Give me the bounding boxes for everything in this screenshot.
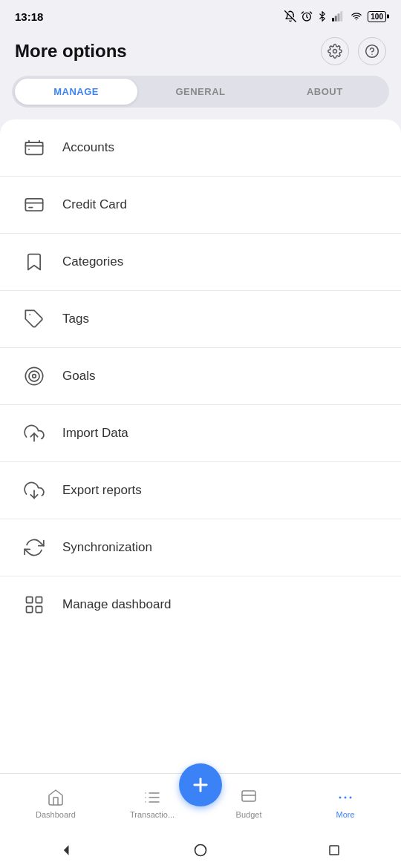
home-button[interactable] xyxy=(192,841,209,859)
battery-icon: 100 xyxy=(368,11,386,22)
synchronization-icon xyxy=(21,534,48,561)
transactions-icon xyxy=(143,788,162,807)
header-actions xyxy=(321,37,386,65)
svg-point-35 xyxy=(339,796,342,798)
svg-marker-38 xyxy=(64,845,69,855)
svg-rect-23 xyxy=(36,597,42,603)
svg-point-19 xyxy=(33,375,36,378)
header: More options xyxy=(0,30,401,76)
export-reports-label: Export reports xyxy=(62,483,142,498)
settings-icon xyxy=(327,44,342,59)
bluetooth-icon xyxy=(317,10,327,22)
content-area: Accounts Credit Card Categories Tags xyxy=(0,119,401,773)
tab-about[interactable]: ABOUT xyxy=(264,79,386,105)
tabs-container: MANAGE GENERAL ABOUT xyxy=(0,76,401,119)
export-reports-icon xyxy=(21,477,48,504)
categories-label: Categories xyxy=(62,254,123,269)
svg-line-0 xyxy=(285,11,296,22)
synchronization-label: Synchronization xyxy=(62,540,152,555)
nav-transactions[interactable]: Transactio... xyxy=(130,788,175,819)
recents-icon xyxy=(327,844,341,857)
manage-dashboard-label: Manage dashboard xyxy=(62,597,172,612)
page-title: More options xyxy=(15,41,127,62)
nav-budget-label: Budget xyxy=(236,810,262,819)
menu-item-synchronization[interactable]: Synchronization xyxy=(0,519,401,576)
svg-point-17 xyxy=(25,367,42,384)
categories-icon xyxy=(21,249,48,275)
import-data-icon xyxy=(21,420,48,447)
budget-icon xyxy=(239,788,258,807)
menu-item-goals[interactable]: Goals xyxy=(0,348,401,405)
menu-list: Accounts Credit Card Categories Tags xyxy=(0,119,401,633)
tags-label: Tags xyxy=(62,312,89,326)
svg-rect-22 xyxy=(27,597,33,603)
status-bar: 13:18 100 xyxy=(0,0,401,30)
notification-mute-icon xyxy=(284,10,296,22)
accounts-icon xyxy=(21,134,48,161)
alarm-icon xyxy=(301,10,313,22)
recents-button[interactable] xyxy=(325,841,343,859)
credit-card-icon xyxy=(21,191,48,218)
svg-rect-10 xyxy=(25,142,42,154)
home-icon xyxy=(46,788,65,807)
import-data-label: Import Data xyxy=(62,426,128,441)
svg-point-36 xyxy=(345,796,347,798)
svg-point-7 xyxy=(333,50,337,53)
nav-transactions-label: Transactio... xyxy=(130,810,175,819)
menu-item-tags[interactable]: Tags xyxy=(0,291,401,348)
wifi-icon xyxy=(350,11,363,22)
tabs: MANAGE GENERAL ABOUT xyxy=(12,76,389,108)
svg-rect-4 xyxy=(338,13,340,22)
fab-add-button[interactable] xyxy=(179,763,222,806)
more-dots-icon xyxy=(336,788,355,807)
tab-general[interactable]: GENERAL xyxy=(139,79,261,105)
menu-item-manage-dashboard[interactable]: Manage dashboard xyxy=(0,576,401,633)
svg-rect-25 xyxy=(36,606,42,612)
svg-rect-34 xyxy=(242,791,255,801)
goals-label: Goals xyxy=(62,369,95,384)
menu-item-export-reports[interactable]: Export reports xyxy=(0,462,401,519)
status-time: 13:18 xyxy=(15,10,43,23)
status-icons: 100 xyxy=(284,10,386,22)
back-arrow-icon xyxy=(59,843,74,858)
settings-button[interactable] xyxy=(321,37,349,65)
svg-point-39 xyxy=(195,845,206,856)
svg-point-18 xyxy=(29,371,39,381)
manage-dashboard-icon xyxy=(21,591,48,618)
plus-icon xyxy=(190,775,211,795)
nav-more[interactable]: More xyxy=(323,788,368,819)
tags-icon xyxy=(21,306,48,332)
svg-rect-5 xyxy=(341,11,343,22)
menu-item-import-data[interactable]: Import Data xyxy=(0,405,401,462)
help-icon xyxy=(365,44,379,59)
svg-point-37 xyxy=(350,796,352,798)
svg-rect-13 xyxy=(25,199,42,211)
svg-rect-3 xyxy=(335,16,337,22)
circle-home-icon xyxy=(193,843,208,858)
nav-more-label: More xyxy=(336,810,354,819)
back-button[interactable] xyxy=(58,841,76,859)
nav-budget[interactable]: Budget xyxy=(226,788,271,819)
tab-manage[interactable]: MANAGE xyxy=(15,79,137,105)
goals-icon xyxy=(21,363,48,389)
system-nav-bar xyxy=(0,832,401,868)
bottom-nav: Dashboard Transactio... Budget More xyxy=(0,773,401,832)
signal-icon xyxy=(332,11,345,22)
nav-dashboard-label: Dashboard xyxy=(36,810,76,819)
credit-card-label: Credit Card xyxy=(62,197,127,212)
nav-dashboard[interactable]: Dashboard xyxy=(33,788,78,819)
svg-rect-2 xyxy=(332,18,334,22)
svg-rect-40 xyxy=(330,846,339,855)
menu-item-categories[interactable]: Categories xyxy=(0,234,401,291)
menu-item-accounts[interactable]: Accounts xyxy=(0,119,401,177)
svg-point-8 xyxy=(366,45,379,58)
help-button[interactable] xyxy=(358,37,386,65)
accounts-label: Accounts xyxy=(62,140,114,155)
svg-rect-24 xyxy=(27,606,33,612)
menu-item-credit-card[interactable]: Credit Card xyxy=(0,177,401,234)
